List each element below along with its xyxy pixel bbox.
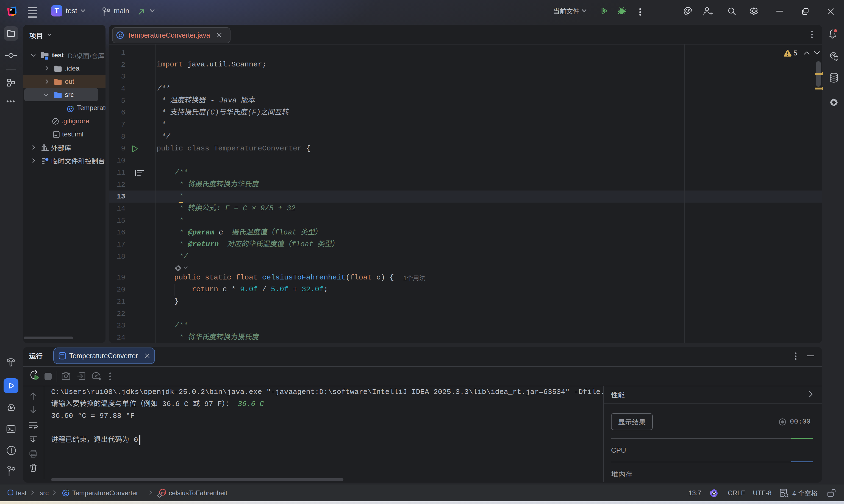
svg-text:C: C: [119, 33, 122, 38]
svg-text:m: m: [161, 490, 165, 495]
svg-text:C: C: [69, 107, 72, 111]
svg-text:IJ: IJ: [10, 9, 12, 12]
svg-text:C: C: [64, 491, 67, 496]
